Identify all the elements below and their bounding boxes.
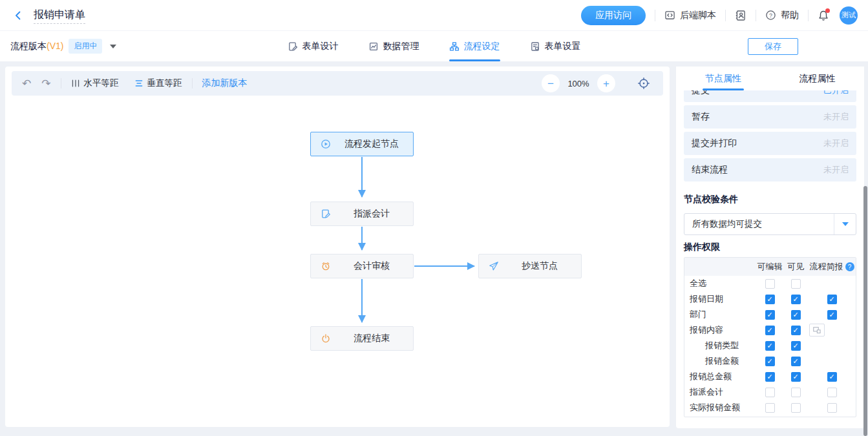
checkbox-visible[interactable]: ✓: [791, 310, 801, 320]
checkbox-editable[interactable]: ✓: [765, 372, 775, 382]
back-icon[interactable]: [10, 8, 26, 23]
avatar[interactable]: 测试: [840, 6, 858, 25]
form-setting-icon: [530, 41, 540, 52]
perm-row-expense-type: 报销类型✓✓: [684, 338, 856, 353]
permission-cell: ✓: [808, 372, 856, 382]
checkbox-flow-report[interactable]: ✓: [827, 295, 837, 304]
node-cc[interactable]: 抄送节点: [478, 254, 582, 278]
divider: [808, 10, 809, 21]
tab-flow-properties[interactable]: 流程属性: [770, 67, 865, 90]
permission-rows: 全选✓✓报销日期✓✓✓部门✓✓✓报销内容✓✓报销类型✓✓报销金额✓✓报销总金额✓…: [684, 276, 856, 415]
save-button[interactable]: 保存: [748, 38, 798, 55]
validation-condition-value: 所有数据均可提交: [684, 218, 834, 230]
play-circle-icon: [321, 139, 331, 149]
tab-data-manage[interactable]: 数据管理: [368, 31, 419, 61]
node-label: 抄送节点: [505, 260, 581, 272]
notification-bell-icon[interactable]: [818, 10, 829, 21]
toggle-label: 提交并打印: [692, 138, 737, 149]
node-flow-start[interactable]: 流程发起节点: [310, 132, 414, 156]
subform-settings-icon[interactable]: [809, 324, 825, 337]
toggle-end-flow[interactable]: 结束流程未开启: [684, 158, 856, 182]
toggle-submit-print[interactable]: 提交并打印未开启: [684, 132, 856, 155]
field-label: 报销总金额: [684, 371, 756, 382]
checkbox-flow-report[interactable]: ✓: [827, 403, 837, 413]
permission-cell: ✓: [783, 388, 808, 397]
toggle-label: 暂存: [692, 111, 710, 123]
perm-row-actual-amount: 实际报销金额✓✓✓: [684, 400, 856, 415]
permission-cell: ✓: [756, 357, 783, 366]
status-badge: 启用中: [69, 39, 102, 54]
checkbox-visible[interactable]: ✓: [791, 388, 801, 397]
checkbox-visible[interactable]: ✓: [791, 279, 801, 289]
content-area: ↶ ↷ 水平等距 垂直等距 添加新版本 − 100% +: [0, 61, 868, 436]
permission-cell: ✓: [756, 295, 783, 304]
backend-script-button[interactable]: 后端脚本: [664, 10, 716, 21]
toggle-save-draft[interactable]: 暂存未开启: [684, 105, 856, 129]
tab-node-properties[interactable]: 节点属性: [676, 67, 770, 90]
checkbox-flow-report[interactable]: ✓: [827, 310, 837, 320]
checkbox-editable[interactable]: ✓: [765, 341, 775, 351]
checkbox-visible[interactable]: ✓: [791, 357, 801, 366]
flow-canvas[interactable]: ↶ ↷ 水平等距 垂直等距 添加新版本 − 100% +: [5, 67, 670, 427]
checkbox-visible[interactable]: ✓: [791, 341, 801, 351]
tab-form-setting[interactable]: 表单设置: [530, 31, 581, 61]
perm-row-expense-content: 报销内容✓✓: [684, 322, 856, 338]
page-title[interactable]: 报销申请单: [34, 9, 85, 24]
toggle-status: 未开启: [823, 164, 849, 176]
node-action-toggles: 提交已开启暂存未开启提交并打印未开启结束流程未开启: [684, 90, 856, 182]
column-visible: 可见: [783, 261, 808, 273]
node-accountant-review[interactable]: 会计审核: [310, 254, 414, 278]
checkbox-editable[interactable]: ✓: [765, 388, 775, 397]
app-access-button[interactable]: 应用访问: [581, 6, 646, 25]
toggle-status: 未开启: [823, 111, 849, 123]
checkbox-visible[interactable]: ✓: [791, 295, 801, 304]
permission-cell: ✓: [783, 372, 808, 382]
permission-cell: ✓: [783, 403, 808, 413]
flow-version-selector[interactable]: 流程版本(V1) 启用中: [10, 39, 116, 54]
notification-dot: [825, 8, 830, 13]
data-manage-icon: [368, 41, 379, 52]
window-scrollbar-thumb[interactable]: [863, 186, 867, 436]
validation-condition-title: 节点校验条件: [684, 194, 856, 205]
divider: [655, 10, 655, 21]
chevron-down-icon[interactable]: [110, 45, 116, 48]
checkbox-visible[interactable]: ✓: [791, 403, 801, 413]
panel-body: 提交已开启暂存未开启提交并打印未开启结束流程未开启 节点校验条件 所有数据均可提…: [676, 90, 864, 428]
contacts-icon[interactable]: [735, 10, 746, 21]
top-header: 报销申请单 应用访问 后端脚本 ? 帮助 测试: [0, 0, 868, 31]
field-label: 部门: [684, 309, 756, 320]
field-label: 实际报销金额: [684, 402, 756, 413]
code-icon: [664, 10, 675, 21]
permission-cell: ✓: [756, 326, 783, 335]
checkbox-editable[interactable]: ✓: [765, 357, 775, 366]
node-flow-end[interactable]: 流程结束: [310, 326, 414, 351]
validation-condition-select[interactable]: 所有数据均可提交: [684, 213, 856, 235]
checkbox-editable[interactable]: ✓: [765, 326, 775, 335]
panel-tabs: 节点属性流程属性: [676, 67, 864, 90]
svg-text:?: ?: [769, 12, 772, 19]
checkbox-flow-report[interactable]: ✓: [827, 372, 837, 382]
version-number: (V1): [47, 41, 63, 51]
checkbox-visible[interactable]: ✓: [791, 326, 801, 335]
node-label: 流程发起节点: [337, 138, 413, 150]
checkbox-visible[interactable]: ✓: [791, 372, 801, 382]
field-label: 报销日期: [684, 293, 756, 305]
toggle-submit[interactable]: 提交已开启: [684, 90, 856, 102]
flow-report-help-icon[interactable]: ?: [845, 262, 854, 271]
tab-form-design[interactable]: 表单设计: [288, 31, 339, 61]
clock-icon: [321, 261, 331, 271]
perm-row-expense-date: 报销日期✓✓✓: [684, 291, 856, 307]
checkbox-editable[interactable]: ✓: [765, 310, 775, 320]
node-assign-accountant[interactable]: 指派会计: [310, 202, 414, 226]
panel-tab-label: 流程属性: [799, 73, 835, 85]
checkbox-editable[interactable]: ✓: [765, 279, 775, 289]
tab-label: 表单设置: [545, 41, 581, 52]
checkbox-flow-report[interactable]: ✓: [827, 388, 837, 397]
checkbox-editable[interactable]: ✓: [765, 403, 775, 413]
perm-row-select-all: 全选✓✓: [684, 276, 856, 291]
tab-flow-setting[interactable]: 流程设定: [449, 31, 500, 61]
checkbox-editable[interactable]: ✓: [765, 295, 775, 304]
help-button[interactable]: ? 帮助: [765, 10, 799, 21]
select-caret-cell[interactable]: [834, 214, 856, 234]
backend-script-label: 后端脚本: [680, 10, 716, 21]
